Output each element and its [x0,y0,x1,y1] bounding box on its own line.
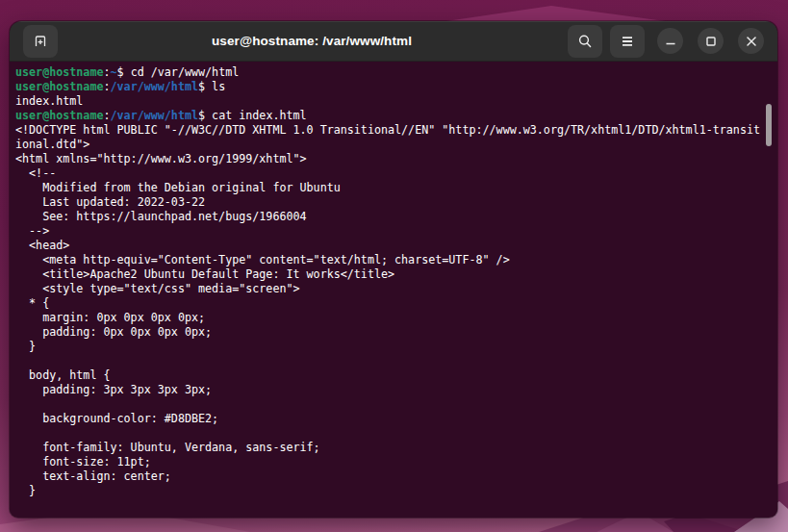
terminal-line: text-align: center; [15,469,772,484]
terminal-output: user@hostname:~$ cd /var/www/htmluser@ho… [15,65,772,498]
terminal-line: <head> [15,239,772,253]
terminal-line: margin: 0px 0px 0px 0px; [15,311,772,325]
terminal-line: user@hostname:/var/www/html$ ls [15,80,772,94]
terminal-line: * { [15,296,772,311]
terminal-line: See: https://launchpad.net/bugs/1966004 [15,210,772,224]
terminal-line: <meta http-equiv="Content-Type" content=… [15,253,772,267]
hamburger-menu-icon [619,33,636,50]
minimize-icon [663,34,678,49]
terminal-line: <style type="text/css" media="screen"> [15,282,772,296]
window-title: user@hostname: /var/www/html [77,21,547,61]
close-icon [744,34,759,49]
terminal-line: user@hostname:~$ cd /var/www/html [15,65,772,80]
terminal-line: font-size: 11pt; [15,455,772,469]
terminal-line: index.html [15,94,772,109]
terminal-line: font-family: Ubuntu, Verdana, sans-serif… [15,441,772,455]
terminal-line: <html xmlns="http://www.w3.org/1999/xhtm… [15,152,772,166]
terminal-line: padding: 0px 0px 0px 0px; [15,325,772,340]
close-button[interactable] [738,28,764,54]
terminal-content[interactable]: user@hostname:~$ cd /var/www/htmluser@ho… [10,62,777,517]
terminal-line: Last updated: 2022-03-22 [15,195,772,210]
terminal-line: background-color: #D8DBE2; [15,412,772,426]
search-icon [576,33,594,50]
scrollbar-thumb[interactable] [766,104,772,146]
maximize-button[interactable] [698,28,724,54]
terminal-line: user@hostname:/var/www/html$ cat index.h… [15,109,772,123]
new-tab-icon [32,33,49,49]
terminal-window: user@hostname: /var/www/html [10,21,777,518]
new-tab-button[interactable] [23,25,58,58]
terminal-line: --> [15,224,772,239]
terminal-line [15,426,772,441]
menu-button[interactable] [610,25,645,58]
terminal-line: Modified from the Debian original for Ub… [15,181,772,195]
titlebar[interactable]: user@hostname: /var/www/html [10,21,777,62]
terminal-line: <!DOCTYPE html PUBLIC "-//W3C//DTD XHTML… [15,123,772,138]
search-button[interactable] [568,25,602,58]
terminal-line: padding: 3px 3px 3px 3px; [15,383,772,397]
terminal-line: <title>Apache2 Ubuntu Default Page: It w… [15,267,772,282]
terminal-line: ional.dtd"> [15,138,772,152]
terminal-line [15,354,772,368]
titlebar-controls [568,25,764,58]
terminal-line: } [15,340,772,354]
terminal-line: <!-- [15,166,772,181]
minimize-button[interactable] [657,28,683,54]
terminal-line: } [15,484,772,498]
terminal-line [15,397,772,412]
maximize-icon [703,34,719,49]
terminal-line: body, html { [15,368,772,383]
